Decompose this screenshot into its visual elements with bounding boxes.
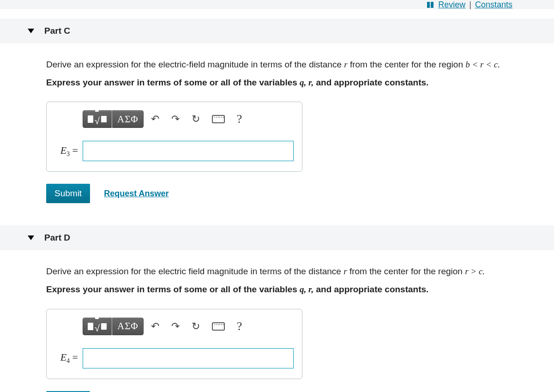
answer-eq: = — [70, 145, 78, 156]
constants-link[interactable]: Constants — [475, 0, 512, 10]
reset-button[interactable]: ↻ — [187, 110, 205, 128]
part-d-instruction: Express your answer in terms of some or … — [46, 281, 545, 297]
prompt-text: from the center for the region — [348, 60, 466, 69]
variables: q, r, — [300, 284, 313, 294]
keyboard-icon — [212, 322, 225, 331]
undo-button[interactable]: ↶ — [146, 110, 164, 128]
redo-button[interactable]: ↷ — [167, 110, 184, 128]
part-c-prompt: Derive an expression for the electric-fi… — [46, 56, 545, 72]
chevron-down-icon — [28, 235, 34, 240]
keyboard-icon — [212, 115, 225, 123]
part-d-prompt: Derive an expression for the electric fi… — [46, 263, 545, 279]
variable-r: r — [343, 266, 347, 276]
answer-row: E4 = — [55, 348, 294, 368]
templates-button[interactable]: √ — [83, 318, 112, 335]
template-icon: √ — [88, 112, 107, 127]
help-button[interactable]: ? — [232, 110, 247, 128]
instruction-text: Express your answer in terms of some or … — [46, 78, 300, 87]
answer-toolbar: √ ΑΣΦ ↶ ↷ ↻ ? — [83, 318, 294, 335]
answer-eq: = — [70, 351, 78, 363]
separator: | — [469, 0, 471, 10]
answer-label: E3 = — [55, 145, 78, 158]
answer-input[interactable] — [83, 348, 294, 368]
answer-card-c: √ ΑΣΦ ↶ ↷ ↻ ? E3 = — [46, 102, 302, 172]
request-answer-link[interactable]: Request Answer — [104, 189, 169, 199]
instruction-text: and appropriate constants. — [313, 284, 428, 294]
templates-button[interactable]: √ — [83, 110, 112, 128]
part-d-header[interactable]: Part D — [0, 225, 554, 250]
region-expr: r > c. — [465, 266, 485, 276]
part-c-actions: Submit Request Answer — [46, 184, 545, 203]
top-bar: Review | Constants — [0, 0, 554, 9]
keyboard-button[interactable] — [207, 110, 229, 128]
prompt-text: Derive an expression for the electric fi… — [46, 266, 343, 276]
page-container: Review | Constants Part C Derive an expr… — [0, 0, 554, 392]
answer-var: E — [60, 351, 66, 363]
answer-card-d: √ ΑΣΦ ↶ ↷ ↻ ? E4 = — [46, 309, 302, 379]
submit-button[interactable]: Submit — [46, 184, 90, 203]
instruction-text: and appropriate constants. — [313, 78, 428, 87]
book-icon — [427, 2, 434, 8]
region-expr: b < r < c. — [465, 60, 500, 69]
part-c-header[interactable]: Part C — [0, 18, 554, 43]
variable-r: r — [344, 60, 347, 69]
review-link[interactable]: Review — [438, 0, 465, 10]
symbols-button[interactable]: ΑΣΦ — [112, 110, 144, 128]
answer-row: E3 = — [55, 141, 294, 161]
redo-button[interactable]: ↷ — [167, 318, 184, 335]
part-d-title: Part D — [44, 233, 70, 242]
part-c-body: Derive an expression for the electric-fi… — [0, 43, 554, 207]
variables: q, r, — [300, 78, 313, 87]
part-d-body: Derive an expression for the electric fi… — [0, 250, 554, 392]
prompt-text: from the center for the region — [347, 266, 465, 276]
keyboard-button[interactable] — [207, 318, 229, 335]
symbols-button[interactable]: ΑΣΦ — [112, 318, 144, 335]
answer-var: E — [60, 145, 66, 156]
help-button[interactable]: ? — [232, 318, 247, 335]
answer-label: E4 = — [55, 351, 78, 365]
chevron-down-icon — [28, 29, 34, 33]
part-c-title: Part C — [44, 26, 70, 36]
reset-button[interactable]: ↻ — [187, 318, 205, 335]
undo-button[interactable]: ↶ — [146, 318, 164, 335]
answer-toolbar: √ ΑΣΦ ↶ ↷ ↻ ? — [83, 110, 294, 128]
template-icon: √ — [88, 319, 107, 334]
answer-input[interactable] — [83, 141, 294, 161]
part-c-instruction: Express your answer in terms of some or … — [46, 74, 545, 90]
prompt-text: Derive an expression for the electric-fi… — [46, 60, 344, 69]
instruction-text: Express your answer in terms of some or … — [46, 284, 300, 294]
